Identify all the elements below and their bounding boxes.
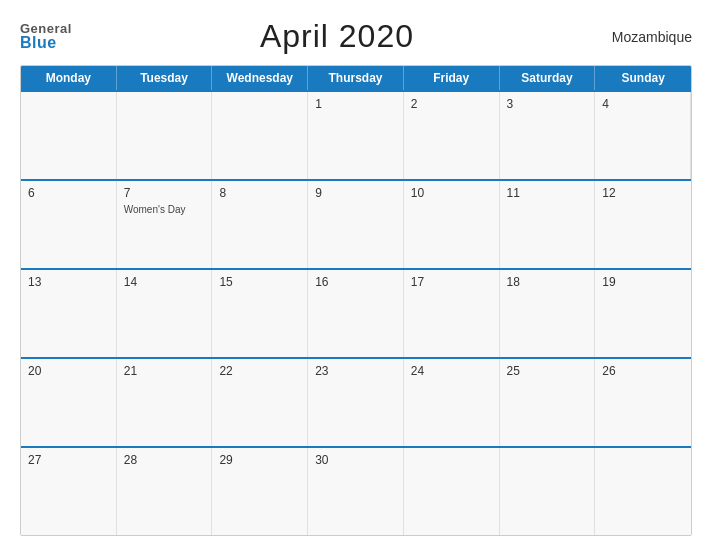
cell-w1-mon: [21, 92, 117, 179]
week-4: 20 21 22 23 24 25 26: [21, 357, 691, 446]
cell-w4-thu: 23: [308, 359, 404, 446]
cell-w1-tue: [117, 92, 213, 179]
cell-w3-tue: 14: [117, 270, 213, 357]
country-label: Mozambique: [602, 29, 692, 45]
cell-w1-thu: 1: [308, 92, 404, 179]
calendar-page: General Blue April 2020 Mozambique Monda…: [0, 0, 712, 550]
cell-w5-thu: 30: [308, 448, 404, 535]
cell-w4-tue: 21: [117, 359, 213, 446]
cell-w1-sat: 3: [500, 92, 596, 179]
cell-w4-fri: 24: [404, 359, 500, 446]
col-thursday: Thursday: [308, 66, 404, 90]
cell-w3-sun: 19: [595, 270, 691, 357]
cell-w2-wed: 8: [212, 181, 308, 268]
cell-w5-sun: [595, 448, 691, 535]
calendar-title: April 2020: [260, 18, 414, 55]
col-friday: Friday: [404, 66, 500, 90]
cell-w3-sat: 18: [500, 270, 596, 357]
cell-w2-sun: 12: [595, 181, 691, 268]
cell-w2-mon: 6: [21, 181, 117, 268]
cell-w3-fri: 17: [404, 270, 500, 357]
cell-w5-wed: 29: [212, 448, 308, 535]
cell-w1-wed: [212, 92, 308, 179]
cell-w4-wed: 22: [212, 359, 308, 446]
logo-blue-text: Blue: [20, 35, 57, 51]
calendar-grid: Monday Tuesday Wednesday Thursday Friday…: [20, 65, 692, 536]
logo: General Blue: [20, 22, 72, 51]
cell-w5-fri: [404, 448, 500, 535]
col-monday: Monday: [21, 66, 117, 90]
cell-w5-sat: [500, 448, 596, 535]
cell-w3-thu: 16: [308, 270, 404, 357]
week-5: 27 28 29 30: [21, 446, 691, 535]
cell-w2-sat: 11: [500, 181, 596, 268]
cell-w1-sun: 4: [595, 92, 691, 179]
col-wednesday: Wednesday: [212, 66, 308, 90]
calendar-body: 1 2 3 4 5 6 7Women's Day 8 9 10 11 12 13…: [21, 90, 691, 535]
header: General Blue April 2020 Mozambique: [20, 18, 692, 55]
cell-w4-sun: 26: [595, 359, 691, 446]
cell-w4-sat: 25: [500, 359, 596, 446]
cell-w5-mon: 27: [21, 448, 117, 535]
cell-w1-fri: 2: [404, 92, 500, 179]
calendar-header-row: Monday Tuesday Wednesday Thursday Friday…: [21, 66, 691, 90]
cell-w2-thu: 9: [308, 181, 404, 268]
cell-w3-wed: 15: [212, 270, 308, 357]
cell-w3-mon: 13: [21, 270, 117, 357]
cell-w4-mon: 20: [21, 359, 117, 446]
week-1: 1 2 3 4 5: [21, 90, 691, 179]
cell-w2-tue: 7Women's Day: [117, 181, 213, 268]
col-saturday: Saturday: [500, 66, 596, 90]
cell-w5-tue: 28: [117, 448, 213, 535]
col-sunday: Sunday: [595, 66, 691, 90]
week-2: 6 7Women's Day 8 9 10 11 12: [21, 179, 691, 268]
cell-w2-fri: 10: [404, 181, 500, 268]
col-tuesday: Tuesday: [117, 66, 213, 90]
week-3: 13 14 15 16 17 18 19: [21, 268, 691, 357]
